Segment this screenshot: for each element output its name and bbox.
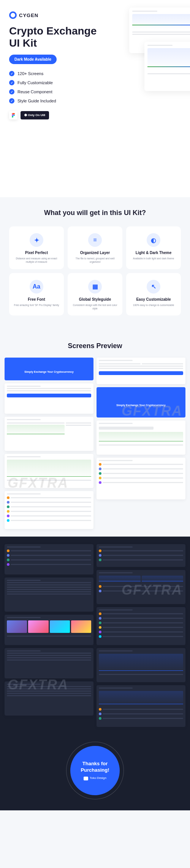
pixel-icon: ✦ (30, 233, 43, 247)
thanks-author: Toko Design (84, 776, 106, 780)
screen-chart-dark (97, 648, 185, 682)
features-grid: ✦ Pixel Perfect Distance and measure usi… (9, 226, 181, 315)
author-logo-icon (84, 777, 88, 780)
theme-icon: ◐ (147, 233, 160, 247)
screen-login (5, 383, 93, 414)
card-title: Free Font (13, 297, 60, 301)
feature-text: Fully Customizable (17, 80, 53, 85)
check-icon: ✓ (9, 98, 14, 104)
card-desc: The file is named, grouped and well orga… (71, 257, 119, 264)
brand-name: CYGEN (19, 13, 38, 18)
feature-card-customizable: ↖ Easy Customizable 100% easy to change … (126, 273, 181, 315)
card-desc: Distance and measure using an exact mult… (13, 257, 60, 264)
screen-assets (97, 544, 185, 567)
screen-portfolio (5, 544, 93, 574)
screen-login-2 (97, 358, 185, 384)
features-section: What you will get in this UI Kit? ✦ Pixe… (0, 197, 190, 331)
mockup-chart (144, 42, 190, 91)
light-screens: GFXTRA GFXTRA Simply Exchange Your Crypt… (0, 358, 190, 537)
screen-promo: Simply Exchange Your Cryptocurrency (5, 358, 93, 380)
feature-text: 120+ Screens (17, 71, 43, 76)
col-1: Simply Exchange Your Cryptocurrency (5, 358, 93, 529)
card-title: Organized Layer (71, 251, 119, 255)
feature-text: Reuse Component (17, 89, 52, 94)
styleguide-icon: ▦ (88, 280, 102, 294)
card-desc: Free amazing font 'SF Pro Display' famil… (13, 303, 60, 307)
card-title: Global Styleguide (71, 297, 119, 301)
hero-mockups (99, 8, 190, 114)
svg-point-0 (13, 115, 15, 116)
screen-dashboard (5, 417, 93, 451)
screen-market (5, 491, 93, 529)
hero-title: Crypto Exchange UI Kit (9, 25, 100, 49)
screen-notifications (5, 681, 93, 716)
feature-text: Style Guide Included (17, 99, 56, 103)
thanks-line2: Purchasing! (81, 767, 109, 774)
features-heading: What you will get in this UI Kit? (9, 209, 181, 217)
ui8-badge: ⬢ Only On UI8 (21, 111, 49, 119)
screen-promo-2: Simply Exchange Your Cryptocurrency (97, 387, 185, 418)
col-2: Simply Exchange Your Cryptocurrency (97, 358, 185, 529)
screen-news (5, 615, 93, 645)
screen-trading (5, 454, 93, 488)
feature-card-theme: ◐ Light & Dark Theme Available in both l… (126, 226, 181, 269)
screen-trending (97, 570, 185, 604)
layers-icon: ≡ (88, 233, 102, 247)
screen-detail (97, 685, 185, 727)
thanks-badge: Thanks for Purchasing! Toko Design (70, 746, 120, 795)
feature-card-organized: ≡ Organized Layer The file is named, gro… (68, 226, 122, 269)
card-desc: Consistent design with the text and colo… (71, 303, 119, 310)
thanks-line1: Thanks for (82, 761, 108, 767)
feature-card-pixel: ✦ Pixel Perfect Distance and measure usi… (9, 226, 64, 269)
logo-icon (9, 11, 17, 19)
check-icon: ✓ (9, 89, 14, 94)
thanks-section: Thanks for Purchasing! Toko Design (0, 738, 190, 810)
check-icon: ✓ (9, 71, 14, 76)
screen-balance (97, 421, 185, 455)
card-desc: Available in both light and dark theme (130, 257, 177, 260)
screen-list (97, 458, 185, 499)
screens-heading: Screens Preview (0, 331, 190, 358)
feature-card-font: Aa Free Font Free amazing font 'SF Pro D… (9, 273, 64, 315)
screen-prices (97, 607, 185, 645)
font-icon: Aa (30, 280, 43, 294)
feature-card-styleguide: ▦ Global Styleguide Consistent design wi… (68, 273, 122, 315)
screen-settings (5, 648, 93, 678)
col-1 (5, 544, 93, 727)
dark-screens: GFXTRA GFXTRA (0, 537, 190, 738)
check-icon: ✓ (9, 80, 14, 85)
cursor-icon: ↖ (147, 280, 160, 294)
col-2 (97, 544, 185, 727)
card-title: Easy Customizable (130, 297, 177, 301)
card-desc: 100% easy to change & customizable (130, 303, 177, 307)
hero-section: CYGEN Crypto Exchange UI Kit Dark Mode A… (0, 0, 190, 197)
card-title: Pixel Perfect (13, 251, 60, 255)
card-title: Light & Dark Theme (130, 251, 177, 255)
dark-mode-badge: Dark Mode Available (9, 55, 57, 64)
screen-transactions (5, 578, 93, 612)
figma-icon (9, 111, 17, 119)
